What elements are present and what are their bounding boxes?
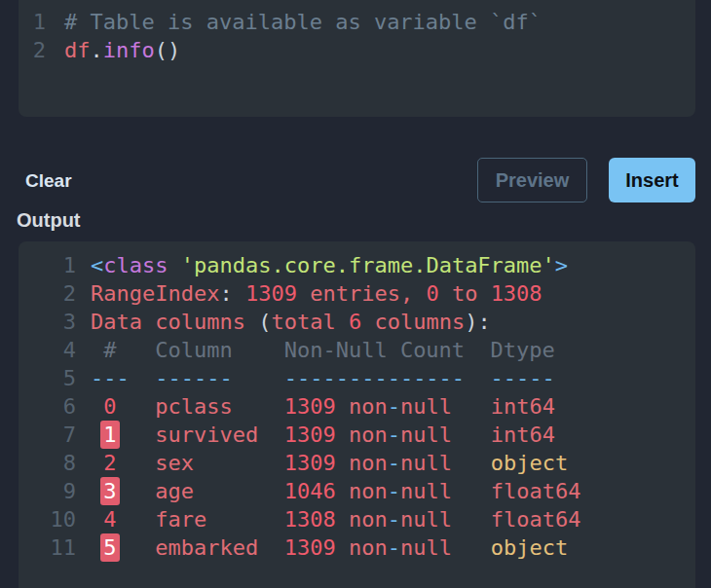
code-text: # Column Non-Null Count Dtype — [91, 336, 555, 364]
code-segment: ( — [258, 310, 271, 334]
code-segment: null — [400, 451, 452, 475]
code-segment: - — [388, 479, 400, 503]
code-segment: > — [555, 253, 568, 277]
code-segment — [194, 451, 284, 475]
code-segment: fare — [155, 507, 206, 532]
code-segment: embarked — [155, 535, 258, 560]
code-text: 0 pclass 1309 non-null int64 — [91, 392, 555, 421]
output-line: 10 4 fare 1308 non-null float64 — [19, 505, 695, 533]
editor-line[interactable]: 2df.info() — [19, 36, 695, 64]
code-text: 1 survived 1309 non-null int64 — [91, 421, 555, 449]
code-segment: - — [388, 507, 400, 532]
code-segment — [117, 451, 156, 475]
editor-line[interactable]: 1# Table is available as variable `df` — [19, 8, 695, 36]
line-number: 1 — [19, 8, 46, 36]
code-segment — [258, 535, 284, 560]
code-segment: 0 — [103, 394, 116, 419]
code-text: 3 age 1046 non-null float64 — [91, 477, 580, 505]
code-segment — [452, 423, 491, 447]
code-segment: < — [91, 253, 103, 277]
code-segment: survived — [155, 423, 258, 447]
code-segment — [233, 394, 284, 419]
line-number: 3 — [19, 308, 76, 336]
code-segment: . — [91, 38, 103, 62]
code-segment — [336, 535, 349, 560]
line-number: 1 — [19, 251, 76, 279]
code-segment — [117, 394, 156, 419]
code-segment: null — [400, 423, 452, 447]
code-segment: 1309 — [284, 535, 336, 560]
code-segment: 2 — [103, 451, 116, 475]
code-text: RangeIndex: 1309 entries, 0 to 1308 — [91, 279, 543, 308]
output-line: 4 # Column Non-Null Count Dtype — [19, 336, 695, 364]
code-segment: to — [439, 281, 491, 306]
code-segment — [91, 507, 103, 532]
code-segment — [336, 451, 349, 475]
insert-button[interactable]: Insert — [609, 158, 695, 202]
code-segment — [117, 479, 156, 503]
code-segment: ): — [465, 310, 491, 334]
output-line: 2RangeIndex: 1309 entries, 0 to 1308 — [19, 279, 695, 308]
code-segment — [168, 253, 180, 277]
line-number: 8 — [19, 449, 76, 477]
clear-button[interactable]: Clear — [25, 170, 72, 192]
code-segment: pclass — [155, 394, 232, 419]
line-number: 11 — [19, 533, 76, 562]
code-segment — [336, 479, 349, 503]
code-segment — [258, 423, 284, 447]
code-segment: entries, — [297, 281, 426, 306]
output-console: 1<class 'pandas.core.frame.DataFrame'>2R… — [19, 241, 695, 588]
output-line: 5--- ------ -------------- ----- — [19, 364, 695, 392]
code-segment — [452, 507, 491, 532]
code-segment: float64 — [491, 479, 581, 503]
code-text: 2 sex 1309 non-null object — [91, 449, 568, 477]
code-text: --- ------ -------------- ----- — [91, 364, 555, 392]
code-segment — [336, 507, 349, 532]
code-segment: non — [349, 507, 388, 532]
code-text: 4 fare 1308 non-null float64 — [91, 505, 580, 533]
code-segment: - — [388, 451, 400, 475]
line-number: 5 — [19, 364, 76, 392]
code-segment: 1309 — [284, 423, 336, 447]
code-segment: 1309 — [284, 394, 336, 419]
line-number: 6 — [19, 392, 76, 421]
code-segment: 1046 — [284, 479, 336, 503]
code-segment — [91, 451, 103, 475]
code-segment: # Table is available as variable `df` — [64, 10, 542, 34]
code-text: <class 'pandas.core.frame.DataFrame'> — [91, 251, 568, 279]
output-line: 6 0 pclass 1309 non-null int64 — [19, 392, 695, 421]
code-segment: Data columns — [91, 310, 258, 334]
code-segment: non — [349, 479, 388, 503]
code-segment — [91, 394, 103, 419]
code-segment: non — [349, 423, 388, 447]
line-number: 9 — [19, 477, 76, 505]
code-segment: int64 — [491, 423, 555, 447]
code-segment: 1309 — [284, 451, 336, 475]
code-segment: 'pandas.core.frame.DataFrame' — [181, 253, 555, 277]
code-segment: null — [400, 507, 452, 532]
code-segment: sex — [155, 451, 194, 475]
code-segment — [117, 423, 156, 447]
code-segment: () — [155, 38, 181, 62]
code-segment: 1308 — [491, 281, 543, 306]
code-segment: 4 — [103, 507, 116, 532]
code-segment: null — [400, 394, 452, 419]
line-number: 4 — [19, 336, 76, 364]
code-segment: non — [349, 394, 388, 419]
code-segment: total — [271, 310, 348, 334]
code-segment — [452, 451, 491, 475]
preview-button[interactable]: Preview — [477, 158, 587, 202]
code-segment: int64 — [491, 394, 555, 419]
code-segment: - — [388, 394, 400, 419]
code-editor[interactable]: 1# Table is available as variable `df`2d… — [19, 0, 695, 117]
code-segment: object — [491, 451, 568, 475]
output-line: 1<class 'pandas.core.frame.DataFrame'> — [19, 251, 695, 279]
code-segment: - — [388, 535, 400, 560]
code-segment: 0 — [426, 281, 438, 306]
code-segment — [117, 507, 156, 532]
code-text[interactable]: df.info() — [64, 36, 180, 64]
code-segment: null — [400, 535, 452, 560]
output-line: 8 2 sex 1309 non-null object — [19, 449, 695, 477]
code-text: Data columns (total 6 columns): — [91, 308, 491, 336]
code-text[interactable]: # Table is available as variable `df` — [64, 8, 542, 36]
